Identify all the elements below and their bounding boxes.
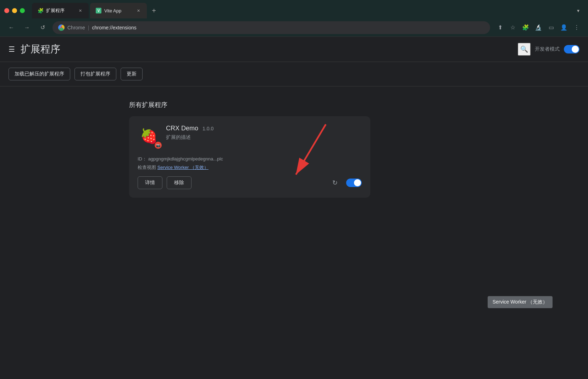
extensions-list: 🍓 📷 CRX Demo 1.0.0 扩展的描述 ID： agpg (9, 116, 579, 198)
extension-name: CRX Demo (166, 125, 198, 132)
menu-icon[interactable]: ☰ (9, 45, 15, 53)
address-bar: ← → ↺ Chrome | chrome://extensions ⬆ ☆ (0, 18, 588, 37)
tab-extensions-label: 扩展程序 (46, 7, 74, 14)
service-worker-tooltip: Service Worker （无效） (488, 296, 553, 308)
extension-footer-right: ↻ (329, 177, 362, 188)
chrome-icon (58, 24, 65, 31)
extension-details: ID： agpgngmjkdlajghcgmlpedegnna...plc 检查… (138, 156, 362, 171)
tab-overflow-button[interactable]: ▾ (572, 5, 584, 16)
extension-footer: 详情 移除 ↻ (138, 176, 362, 189)
extension-inspect-row: 检查视图 Service Worker （无效） (138, 164, 362, 171)
toggle-knob (572, 46, 579, 53)
more-button[interactable]: ⋮ (571, 22, 582, 33)
extension-description: 扩展的描述 (166, 134, 362, 141)
dev-mode-toggle[interactable] (564, 45, 579, 53)
main-area: 所有扩展程序 🍓 📷 (0, 86, 588, 379)
extensions-toolbar: 加载已解压的扩展程序 打包扩展程序 更新 (0, 62, 588, 86)
refresh-button[interactable]: ↻ (329, 177, 340, 188)
tab-extensions-close[interactable]: ✕ (77, 8, 83, 13)
address-separator: | (88, 25, 89, 30)
address-site-name: Chrome (67, 25, 85, 30)
search-button[interactable]: 🔍 (518, 43, 531, 56)
extension-toggle[interactable] (346, 179, 362, 187)
load-unpacked-button[interactable]: 加载已解压的扩展程序 (9, 68, 70, 80)
page-content: ☰ 扩展程序 🔍 开发者模式 加载已解压的扩展程序 打包扩展程序 更新 所有扩展… (0, 37, 588, 379)
extension-icon: 🍓 📷 (138, 125, 160, 147)
tab-vite-label: Vite App (104, 8, 133, 13)
vite-icon: V (96, 8, 101, 13)
lab-button[interactable]: 🔬 (533, 22, 544, 33)
sidebar-button[interactable]: ▭ (545, 22, 557, 33)
address-bar-input[interactable]: Chrome | chrome://extensions (52, 21, 490, 34)
inspect-label: 检查视图 (138, 165, 156, 170)
extensions-button[interactable]: 🧩 (520, 22, 531, 33)
section-title: 所有扩展程序 (9, 101, 579, 109)
extension-info: CRX Demo 1.0.0 扩展的描述 (166, 125, 362, 141)
id-label: ID： (138, 156, 147, 162)
forward-button[interactable]: → (21, 22, 33, 33)
minimize-button[interactable] (12, 8, 17, 13)
pack-extension-button[interactable]: 打包扩展程序 (74, 68, 116, 80)
details-button[interactable]: 详情 (138, 176, 162, 189)
maximize-button[interactable] (20, 8, 25, 13)
extension-id-row: ID： agpgngmjkdlajghcgmlpedegnna...plc (138, 156, 362, 162)
service-worker-link[interactable]: Service Worker （无效） (157, 165, 209, 170)
extension-card: 🍓 📷 CRX Demo 1.0.0 扩展的描述 ID： agpg (129, 116, 370, 198)
extension-version: 1.0.0 (203, 126, 213, 131)
back-button[interactable]: ← (6, 22, 17, 33)
extension-toggle-knob (354, 179, 361, 186)
window-controls (4, 8, 25, 13)
toolbar-icons: ⬆ ☆ 🧩 🔬 ▭ 👤 ⋮ (494, 22, 582, 33)
update-button[interactable]: 更新 (121, 68, 143, 80)
tab-bar: 🧩 扩展程序 ✕ V Vite App ✕ + ▾ (0, 0, 588, 18)
extension-header: 🍓 📷 CRX Demo 1.0.0 扩展的描述 (138, 125, 362, 147)
puzzle-icon: 🧩 (38, 8, 43, 13)
close-button[interactable] (4, 8, 9, 13)
remove-button[interactable]: 移除 (167, 176, 192, 189)
dev-mode-label: 开发者模式 (535, 46, 560, 52)
tab-extensions[interactable]: 🧩 扩展程序 ✕ (32, 3, 89, 18)
tab-vite[interactable]: V Vite App ✕ (90, 3, 147, 18)
extension-name-row: CRX Demo 1.0.0 (166, 125, 362, 132)
extension-icon-badge: 📷 (155, 142, 162, 149)
profile-button[interactable]: 👤 (558, 22, 570, 33)
page-title: 扩展程序 (21, 43, 512, 56)
page-header: ☰ 扩展程序 🔍 开发者模式 (0, 37, 588, 62)
header-right: 🔍 开发者模式 (518, 43, 579, 56)
share-button[interactable]: ⬆ (494, 22, 506, 33)
bookmark-button[interactable]: ☆ (507, 22, 518, 33)
reload-button[interactable]: ↺ (37, 22, 48, 33)
address-url[interactable]: chrome://extensions (92, 25, 484, 30)
new-tab-button[interactable]: + (148, 5, 160, 16)
extension-id: agpgngmjkdlajghcgmlpedegnna...plc (148, 156, 223, 162)
tab-vite-close[interactable]: ✕ (135, 8, 141, 13)
